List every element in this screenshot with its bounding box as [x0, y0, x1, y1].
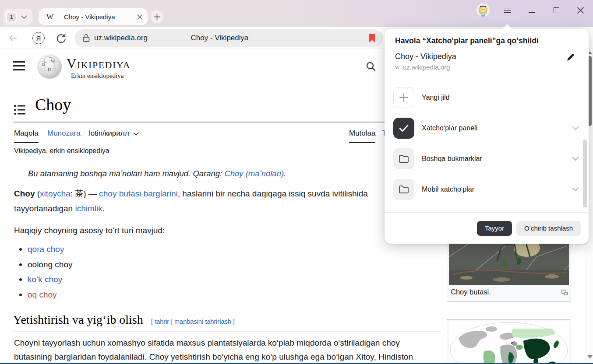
folder-item-bookmarks-bar[interactable]: Xatchoʻplar paneli — [385, 113, 589, 144]
wikipedia-globe-logo[interactable]: Ω W H 7 — [36, 53, 63, 82]
plus-icon — [393, 87, 414, 108]
hatnote: Bu atamaning boshqa maʼnolari ham mavjud… — [28, 169, 286, 178]
tab-language-variant[interactable]: lotin/кирилл — [89, 129, 139, 142]
wikipedia-tagline-logo: Erkin ensiklopediya — [71, 72, 124, 80]
edit-bookmark-icon[interactable] — [566, 52, 576, 63]
link-qora-choy[interactable]: qora choy — [28, 245, 64, 254]
folder-item-new[interactable]: Yangi jild — [385, 82, 589, 113]
done-button[interactable]: Tayyor — [477, 221, 512, 236]
chevron-down-icon[interactable] — [21, 13, 27, 21]
browser-window: 1 W Choy - Vikipediya — [0, 0, 593, 364]
browser-tab[interactable]: W Choy - Vikipediya — [39, 8, 148, 25]
tea-types-list: qora choy oolong choy koʻk choy oq choy — [16, 242, 72, 302]
tab-close-icon[interactable] — [137, 14, 142, 20]
folder-icon — [393, 179, 414, 200]
url-text[interactable]: uz.wikipedia.org — [94, 34, 148, 42]
tab-counter-value: 1 — [7, 13, 16, 22]
body-paragraph: Choyni tayyorlash uchun xomashyo sifatid… — [14, 336, 413, 363]
link-ichimlik[interactable]: ichimlik — [75, 204, 102, 213]
svg-text:Ω: Ω — [42, 62, 45, 67]
edit-section-links: [ tahrir | manbasini tahrirlash ] — [151, 318, 235, 325]
close-icon[interactable] — [576, 6, 585, 14]
edit-source-link[interactable]: manbasini tahrirlash — [174, 318, 231, 325]
expand-icon[interactable] — [561, 289, 568, 297]
popup-title: Havola “Xatchoʻplar paneli”ga qoʻshildi — [385, 29, 589, 51]
address-bar[interactable]: uz.wikipedia.org Choy - Vikipediya — [74, 29, 383, 47]
folder-icon — [393, 148, 414, 169]
user-avatar[interactable] — [477, 4, 490, 17]
tab-counter-badge[interactable]: 1 — [6, 11, 17, 23]
chevron-down-icon[interactable] — [572, 124, 579, 132]
maximize-icon[interactable] — [552, 6, 561, 14]
tab-title: Choy - Vikipediya — [64, 13, 115, 21]
folder-item-mobile-bookmarks[interactable]: Mobil xatchoʻplar — [385, 174, 589, 205]
redlink-oq-choy[interactable]: oq choy — [28, 290, 57, 299]
scroll-down-icon[interactable] — [587, 355, 593, 359]
folder-list: Yangi jild Xatchoʻplar paneli Boshqa buk… — [385, 78, 589, 207]
back-icon[interactable] — [8, 33, 18, 43]
svg-text:7: 7 — [54, 67, 56, 71]
figure-caption: Choy butasi. — [451, 288, 491, 296]
link-choy-butasi[interactable]: choy butasi barglarini — [99, 189, 178, 198]
world-map-image — [449, 322, 569, 363]
popup-footer: Tayyor Oʻchirib tashlash — [385, 212, 589, 244]
bookmark-name: Choy - Vikipediya — [395, 52, 578, 61]
intro-bold-term: Choy — [14, 189, 35, 198]
wikipedia-favicon-icon: W — [46, 13, 53, 21]
chevron-down-icon[interactable] — [572, 186, 579, 193]
article-title: Choy — [35, 95, 71, 114]
browser-menu-icon[interactable] — [503, 6, 512, 14]
tab-bar: 1 W Choy - Vikipediya — [0, 0, 593, 27]
search-icon[interactable] — [366, 61, 376, 74]
refresh-icon[interactable] — [56, 32, 67, 44]
intro-paragraph: Choy (xitoycha: 茶) — choy butasi barglar… — [14, 186, 443, 216]
section-heading-row: Yetishtirish va yigʻib olish [ tahrir | … — [13, 313, 235, 327]
chevron-down-icon[interactable] — [572, 155, 579, 163]
list-item: oq choy — [16, 287, 72, 303]
list-item: oolong choy — [16, 257, 72, 273]
site-tagline: Vikipediya, erkin ensiklopediya — [14, 147, 109, 155]
tab-group-control[interactable]: 1 — [4, 9, 32, 25]
link-kok-choy[interactable]: koʻk choy — [28, 275, 62, 284]
link-xitoycha[interactable]: xitoycha — [40, 189, 71, 198]
bookmark-added-popup: Havola “Xatchoʻplar paneli”ga qoʻshildi … — [385, 29, 589, 244]
new-tab-button[interactable] — [151, 10, 163, 23]
types-intro-text: Haqiqiy choyning asosiy toʻrt turi mavju… — [14, 226, 165, 235]
wikipedia-wordmark[interactable]: Vikipediya — [67, 56, 131, 72]
bookmark-site: uz.wikipedia.org — [403, 63, 450, 71]
check-icon — [393, 118, 414, 139]
svg-text:W: W — [51, 59, 55, 63]
site-favicon: w — [395, 63, 400, 71]
hatnote-text: Bu atamaning boshqa maʼnolari ham mavjud… — [28, 169, 224, 178]
bookmark-flag-icon[interactable] — [368, 33, 376, 45]
list-item: qora choy — [16, 242, 72, 257]
svg-text:H: H — [48, 67, 51, 72]
yandex-glyph: Я — [36, 35, 41, 42]
minimize-icon[interactable] — [527, 6, 536, 14]
section-divider — [13, 332, 441, 332]
lock-icon[interactable] — [82, 33, 90, 43]
contents-icon[interactable] — [14, 105, 25, 117]
remove-button[interactable]: Oʻchirib tashlash — [516, 221, 581, 236]
wiki-menu-icon[interactable] — [13, 61, 25, 70]
tab-munozara[interactable]: Munozara — [47, 129, 81, 142]
folder-item-other-bookmarks[interactable]: Boshqa bukmarklar — [385, 144, 589, 174]
chevron-down-icon — [134, 129, 139, 138]
section-heading: Yetishtirish va yigʻib olish — [13, 313, 143, 326]
address-page-title: Choy - Vikipediya — [191, 34, 249, 42]
bookmark-info: Choy - Vikipediya w uz.wikipedia.org — [385, 51, 589, 71]
tab-maqola[interactable]: Maqola — [14, 129, 39, 143]
popup-scrollbar-thumb[interactable] — [583, 140, 587, 207]
hatnote-link[interactable]: Choy (maʼnolari) — [224, 169, 284, 178]
list-item: koʻk choy — [16, 272, 72, 287]
edit-link[interactable]: tahrir — [155, 318, 169, 325]
figure-tea-production-map[interactable] — [447, 319, 571, 363]
yandex-icon[interactable]: Я — [32, 32, 45, 44]
tab-mutolaa[interactable]: Mutolaa — [349, 129, 375, 143]
